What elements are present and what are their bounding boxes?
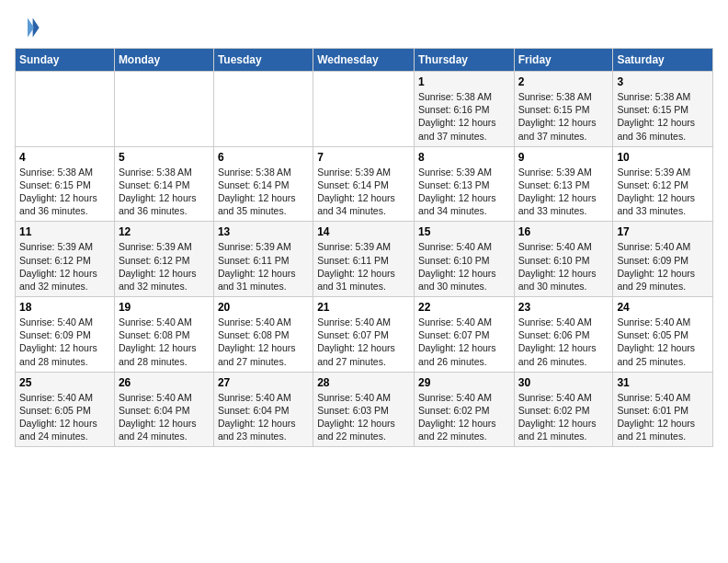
- day-info: Sunrise: 5:40 AM Sunset: 6:07 PM Dayligh…: [418, 316, 510, 368]
- day-number: 31: [617, 376, 709, 389]
- day-info: Sunrise: 5:40 AM Sunset: 6:07 PM Dayligh…: [317, 316, 410, 368]
- day-info: Sunrise: 5:38 AM Sunset: 6:16 PM Dayligh…: [418, 90, 510, 143]
- calendar-cell: [114, 72, 213, 147]
- calendar-cell: 13Sunrise: 5:39 AM Sunset: 6:11 PM Dayli…: [213, 222, 313, 297]
- day-header-friday: Friday: [514, 49, 613, 72]
- day-header-wednesday: Wednesday: [313, 49, 415, 72]
- calendar-cell: 25Sunrise: 5:40 AM Sunset: 6:05 PM Dayli…: [16, 372, 115, 447]
- calendar-cell: 15Sunrise: 5:40 AM Sunset: 6:10 PM Dayli…: [414, 222, 514, 297]
- calendar-cell: 14Sunrise: 5:39 AM Sunset: 6:11 PM Dayli…: [313, 222, 415, 297]
- day-info: Sunrise: 5:40 AM Sunset: 6:05 PM Dayligh…: [617, 316, 709, 368]
- day-number: 2: [518, 75, 609, 88]
- week-row-4: 18Sunrise: 5:40 AM Sunset: 6:09 PM Dayli…: [16, 297, 713, 373]
- day-number: 17: [617, 225, 709, 238]
- day-number: 7: [317, 151, 410, 164]
- day-number: 9: [518, 151, 609, 164]
- day-info: Sunrise: 5:39 AM Sunset: 6:12 PM Dayligh…: [617, 166, 709, 218]
- day-number: 18: [19, 301, 110, 314]
- day-info: Sunrise: 5:38 AM Sunset: 6:15 PM Dayligh…: [19, 166, 110, 218]
- calendar-cell: 22Sunrise: 5:40 AM Sunset: 6:07 PM Dayli…: [414, 297, 514, 373]
- day-info: Sunrise: 5:40 AM Sunset: 6:05 PM Dayligh…: [19, 391, 110, 443]
- week-row-5: 25Sunrise: 5:40 AM Sunset: 6:05 PM Dayli…: [16, 372, 713, 447]
- day-number: 21: [317, 301, 410, 314]
- day-info: Sunrise: 5:39 AM Sunset: 6:12 PM Dayligh…: [19, 240, 110, 293]
- day-info: Sunrise: 5:39 AM Sunset: 6:13 PM Dayligh…: [418, 166, 510, 218]
- day-number: 1: [418, 75, 510, 88]
- day-info: Sunrise: 5:40 AM Sunset: 6:02 PM Dayligh…: [418, 391, 510, 443]
- day-info: Sunrise: 5:38 AM Sunset: 6:14 PM Dayligh…: [218, 166, 309, 218]
- calendar-cell: 2Sunrise: 5:38 AM Sunset: 6:15 PM Daylig…: [514, 72, 613, 147]
- day-info: Sunrise: 5:39 AM Sunset: 6:14 PM Dayligh…: [317, 166, 410, 218]
- calendar-cell: 6Sunrise: 5:38 AM Sunset: 6:14 PM Daylig…: [213, 146, 313, 222]
- calendar-cell: 7Sunrise: 5:39 AM Sunset: 6:14 PM Daylig…: [313, 146, 415, 222]
- day-number: 8: [418, 151, 510, 164]
- day-number: 13: [218, 225, 309, 238]
- calendar-cell: 11Sunrise: 5:39 AM Sunset: 6:12 PM Dayli…: [16, 222, 115, 297]
- day-number: 12: [119, 225, 210, 238]
- day-info: Sunrise: 5:40 AM Sunset: 6:08 PM Dayligh…: [119, 316, 210, 368]
- day-info: Sunrise: 5:38 AM Sunset: 6:15 PM Dayligh…: [518, 90, 609, 143]
- day-info: Sunrise: 5:40 AM Sunset: 6:06 PM Dayligh…: [518, 316, 609, 368]
- day-header-tuesday: Tuesday: [213, 49, 313, 72]
- day-info: Sunrise: 5:40 AM Sunset: 6:04 PM Dayligh…: [218, 391, 309, 443]
- day-number: 26: [119, 376, 210, 389]
- day-number: 24: [617, 301, 709, 314]
- logo-icon: [15, 15, 40, 40]
- day-number: 23: [518, 301, 609, 314]
- calendar-cell: 26Sunrise: 5:40 AM Sunset: 6:04 PM Dayli…: [114, 372, 213, 447]
- day-info: Sunrise: 5:39 AM Sunset: 6:11 PM Dayligh…: [317, 240, 410, 293]
- day-number: 16: [518, 225, 609, 238]
- day-number: 29: [418, 376, 510, 389]
- day-info: Sunrise: 5:40 AM Sunset: 6:09 PM Dayligh…: [617, 240, 709, 293]
- day-number: 22: [418, 301, 510, 314]
- calendar-cell: 20Sunrise: 5:40 AM Sunset: 6:08 PM Dayli…: [213, 297, 313, 373]
- day-number: 5: [119, 151, 210, 164]
- calendar-cell: 5Sunrise: 5:38 AM Sunset: 6:14 PM Daylig…: [114, 146, 213, 222]
- day-number: 10: [617, 151, 709, 164]
- day-number: 11: [19, 225, 110, 238]
- calendar-cell: 17Sunrise: 5:40 AM Sunset: 6:09 PM Dayli…: [613, 222, 713, 297]
- calendar-cell: 23Sunrise: 5:40 AM Sunset: 6:06 PM Dayli…: [514, 297, 613, 373]
- day-info: Sunrise: 5:38 AM Sunset: 6:15 PM Dayligh…: [617, 90, 709, 143]
- day-number: 3: [617, 75, 709, 88]
- day-info: Sunrise: 5:40 AM Sunset: 6:09 PM Dayligh…: [19, 316, 110, 368]
- day-info: Sunrise: 5:39 AM Sunset: 6:13 PM Dayligh…: [518, 166, 609, 218]
- calendar-cell: [313, 72, 415, 147]
- calendar-cell: [213, 72, 313, 147]
- calendar-cell: 4Sunrise: 5:38 AM Sunset: 6:15 PM Daylig…: [16, 146, 115, 222]
- calendar-cell: 3Sunrise: 5:38 AM Sunset: 6:15 PM Daylig…: [613, 72, 713, 147]
- day-number: 4: [19, 151, 110, 164]
- header-row: SundayMondayTuesdayWednesdayThursdayFrid…: [16, 49, 713, 72]
- calendar-cell: 19Sunrise: 5:40 AM Sunset: 6:08 PM Dayli…: [114, 297, 213, 373]
- calendar-cell: 31Sunrise: 5:40 AM Sunset: 6:01 PM Dayli…: [613, 372, 713, 447]
- day-header-monday: Monday: [114, 49, 213, 72]
- day-number: 30: [518, 376, 609, 389]
- calendar-cell: 21Sunrise: 5:40 AM Sunset: 6:07 PM Dayli…: [313, 297, 415, 373]
- day-info: Sunrise: 5:38 AM Sunset: 6:14 PM Dayligh…: [119, 166, 210, 218]
- day-info: Sunrise: 5:40 AM Sunset: 6:04 PM Dayligh…: [119, 391, 210, 443]
- week-row-2: 4Sunrise: 5:38 AM Sunset: 6:15 PM Daylig…: [16, 146, 713, 222]
- calendar-cell: 12Sunrise: 5:39 AM Sunset: 6:12 PM Dayli…: [114, 222, 213, 297]
- week-row-3: 11Sunrise: 5:39 AM Sunset: 6:12 PM Dayli…: [16, 222, 713, 297]
- calendar-cell: 30Sunrise: 5:40 AM Sunset: 6:02 PM Dayli…: [514, 372, 613, 447]
- calendar-cell: 24Sunrise: 5:40 AM Sunset: 6:05 PM Dayli…: [613, 297, 713, 373]
- calendar-cell: 8Sunrise: 5:39 AM Sunset: 6:13 PM Daylig…: [414, 146, 514, 222]
- calendar-cell: 28Sunrise: 5:40 AM Sunset: 6:03 PM Dayli…: [313, 372, 415, 447]
- day-number: 6: [218, 151, 309, 164]
- calendar-cell: 10Sunrise: 5:39 AM Sunset: 6:12 PM Dayli…: [613, 146, 713, 222]
- day-number: 28: [317, 376, 410, 389]
- logo: [15, 15, 44, 40]
- day-info: Sunrise: 5:40 AM Sunset: 6:10 PM Dayligh…: [418, 240, 510, 293]
- day-info: Sunrise: 5:40 AM Sunset: 6:08 PM Dayligh…: [218, 316, 309, 368]
- calendar-cell: 29Sunrise: 5:40 AM Sunset: 6:02 PM Dayli…: [414, 372, 514, 447]
- calendar-cell: 27Sunrise: 5:40 AM Sunset: 6:04 PM Dayli…: [213, 372, 313, 447]
- day-header-sunday: Sunday: [16, 49, 115, 72]
- calendar-cell: 1Sunrise: 5:38 AM Sunset: 6:16 PM Daylig…: [414, 72, 514, 147]
- calendar-cell: 18Sunrise: 5:40 AM Sunset: 6:09 PM Dayli…: [16, 297, 115, 373]
- day-number: 25: [19, 376, 110, 389]
- calendar-cell: 16Sunrise: 5:40 AM Sunset: 6:10 PM Dayli…: [514, 222, 613, 297]
- day-info: Sunrise: 5:39 AM Sunset: 6:11 PM Dayligh…: [218, 240, 309, 293]
- day-number: 19: [119, 301, 210, 314]
- calendar-cell: 9Sunrise: 5:39 AM Sunset: 6:13 PM Daylig…: [514, 146, 613, 222]
- page-header: [15, 15, 713, 40]
